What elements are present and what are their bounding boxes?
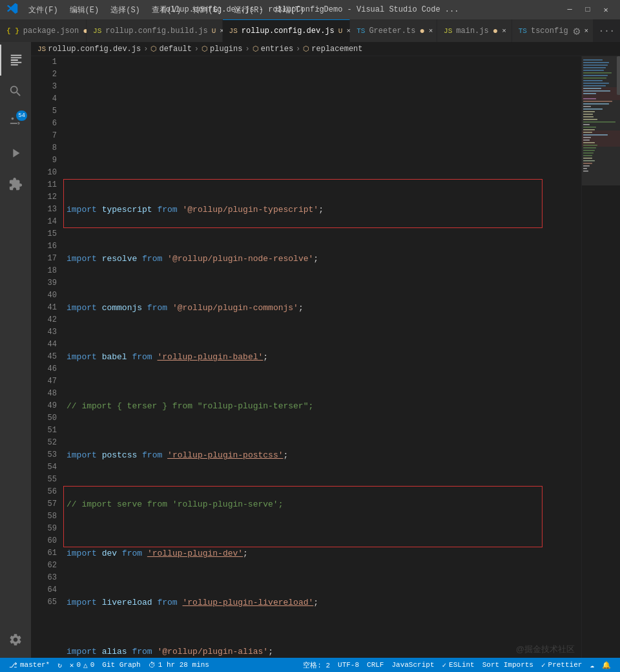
svg-rect-45 xyxy=(617,56,620,95)
activity-run-icon[interactable] xyxy=(0,138,31,169)
status-branch[interactable]: ⎇ master* xyxy=(5,658,54,672)
svg-rect-21 xyxy=(583,114,593,115)
status-errors[interactable]: ✕ 0 △ 0 xyxy=(66,658,98,672)
svg-rect-44 xyxy=(583,171,588,172)
tab-close-button[interactable]: × xyxy=(584,26,588,36)
maximize-button[interactable]: □ xyxy=(580,3,595,16)
tab-close-button[interactable]: × xyxy=(502,26,506,36)
code-line: import typescript from '@rollup/plugin-t… xyxy=(67,204,578,216)
tab-label: main.js xyxy=(456,26,488,36)
activity-settings-icon[interactable] xyxy=(0,624,31,655)
status-line-ending[interactable]: CRLF xyxy=(363,658,388,672)
title-bar: 文件(F) 编辑(E) 选择(S) 查看(V) 转到(G) 运行(R) 终端(T… xyxy=(0,0,620,19)
code-line: import commonjs from '@rollup/plugin-com… xyxy=(67,302,578,314)
svg-rect-20 xyxy=(583,111,595,112)
svg-rect-3 xyxy=(583,67,606,68)
status-spaces[interactable]: 空格: 2 xyxy=(299,658,334,672)
sync-icon: ↻ xyxy=(57,661,62,669)
code-line: import babel from 'rollup-plugin-babel'; xyxy=(67,351,578,363)
code-editor[interactable]: 1 2 3 4 5 6 7 8 9 10 11 12 13 14 15 16 1 xyxy=(31,56,581,658)
status-sync[interactable]: ↻ xyxy=(54,658,66,672)
svg-rect-29 xyxy=(583,132,592,133)
line-ending-label: CRLF xyxy=(367,661,384,669)
minimap[interactable] xyxy=(581,56,620,658)
svg-rect-37 xyxy=(583,152,594,154)
activity-bar-bottom xyxy=(0,624,31,658)
svg-rect-33 xyxy=(583,142,595,143)
status-right: 空格: 2 UTF-8 CRLF JavaScript ✓ ESLint Sor… xyxy=(299,658,615,672)
svg-rect-34 xyxy=(583,145,597,146)
breadcrumb-plugins[interactable]: ⬡ plugins xyxy=(202,45,242,54)
svg-rect-22 xyxy=(583,116,594,118)
breadcrumb-replacement[interactable]: ⬡ replacement xyxy=(303,45,362,54)
minimap-content xyxy=(582,56,620,658)
menu-edit[interactable]: 编辑(E) xyxy=(65,3,105,17)
tab-label: tsconfig xyxy=(531,26,568,36)
breadcrumb-file[interactable]: JS rollup.config.dev.js xyxy=(37,45,141,54)
svg-rect-18 xyxy=(583,106,591,107)
bell-icon: 🔔 xyxy=(602,661,611,669)
status-language[interactable]: JavaScript xyxy=(388,658,438,672)
tab-close-button[interactable]: × xyxy=(429,26,433,36)
tab-rollup-build[interactable]: JS rollup.config.build.js U × xyxy=(87,19,222,42)
source-control-badge: 54 xyxy=(16,110,27,121)
tab-modified-indicator: ● xyxy=(419,26,424,36)
svg-rect-12 xyxy=(583,88,601,89)
timer-text: 1 hr 28 mins xyxy=(158,661,209,669)
eslint-label: ESLint xyxy=(449,661,475,669)
svg-rect-35 xyxy=(583,147,596,149)
svg-rect-2 xyxy=(583,65,608,66)
menu-select[interactable]: 选择(S) xyxy=(105,3,145,17)
status-prettier[interactable]: ✓ Prettier xyxy=(537,658,586,672)
tab-rollup-dev[interactable]: JS rollup.config.dev.js U × xyxy=(223,19,351,42)
status-git-graph[interactable]: Git Graph xyxy=(98,658,144,672)
tab-modified-indicator: ● xyxy=(493,26,498,36)
tab-label: rollup.config.build.js xyxy=(105,26,207,36)
tab-tsconfig[interactable]: TS tsconfig ⚙ × xyxy=(512,19,594,42)
status-eslint[interactable]: ✓ ESLint xyxy=(438,658,478,672)
svg-rect-28 xyxy=(582,131,620,147)
svg-rect-6 xyxy=(583,75,608,76)
activity-extensions-icon[interactable] xyxy=(0,169,31,200)
status-timer[interactable]: ⏱ 1 hr 28 mins xyxy=(145,658,213,672)
spaces-label: 空格: 2 xyxy=(303,660,330,670)
menu-file[interactable]: 文件(F) xyxy=(23,3,63,17)
tab-label: Greeter.ts xyxy=(369,26,415,36)
tab-unsaved-indicator-active: U xyxy=(338,27,343,35)
branch-name: master* xyxy=(20,661,50,669)
activity-explorer-icon[interactable] xyxy=(0,45,31,76)
svg-rect-43 xyxy=(583,168,587,169)
code-content[interactable]: import typescript from '@rollup/plugin-t… xyxy=(63,56,581,658)
activity-source-control-icon[interactable]: 54 xyxy=(0,107,31,138)
language-label: JavaScript xyxy=(391,661,434,669)
svg-rect-14 xyxy=(583,93,596,94)
status-sort-imports[interactable]: Sort Imports xyxy=(479,658,537,672)
tab-main-js[interactable]: JS main.js ● × xyxy=(437,19,512,42)
breadcrumb-entries[interactable]: ⬡ entries xyxy=(253,45,293,54)
status-cloud[interactable]: ☁ xyxy=(586,658,598,672)
activity-search-icon[interactable] xyxy=(0,76,31,107)
tab-label-active: rollup.config.dev.js xyxy=(242,26,335,36)
close-button[interactable]: ✕ xyxy=(598,3,614,16)
error-icon: ✕ xyxy=(70,661,74,669)
breadcrumb-default[interactable]: ⬡ default xyxy=(150,45,191,54)
tab-unsaved-indicator: U xyxy=(212,27,216,35)
tab-greeter-ts[interactable]: TS Greeter.ts ● × xyxy=(350,19,437,42)
svg-rect-40 xyxy=(583,160,595,162)
status-encoding[interactable]: UTF-8 xyxy=(334,658,363,672)
svg-rect-9 xyxy=(583,83,609,84)
svg-rect-23 xyxy=(583,119,597,120)
svg-rect-0 xyxy=(583,59,603,61)
svg-rect-25 xyxy=(583,124,590,125)
line-numbers: 1 2 3 4 5 6 7 8 9 10 11 12 13 14 15 16 1 xyxy=(31,56,63,658)
svg-rect-30 xyxy=(583,134,608,136)
tab-overflow-button[interactable]: ··· xyxy=(594,19,620,42)
editor-container: 1 2 3 4 5 6 7 8 9 10 11 12 13 14 15 16 1 xyxy=(31,56,620,658)
minimize-button[interactable]: ─ xyxy=(562,3,577,16)
window-controls: ─ □ ✕ xyxy=(562,3,614,16)
svg-rect-13 xyxy=(583,90,610,92)
svg-rect-42 xyxy=(583,165,590,167)
tab-package-json[interactable]: { } package.json ● xyxy=(0,19,87,42)
status-notifications[interactable]: 🔔 xyxy=(598,658,615,672)
prettier-check-icon: ✓ xyxy=(541,661,546,669)
